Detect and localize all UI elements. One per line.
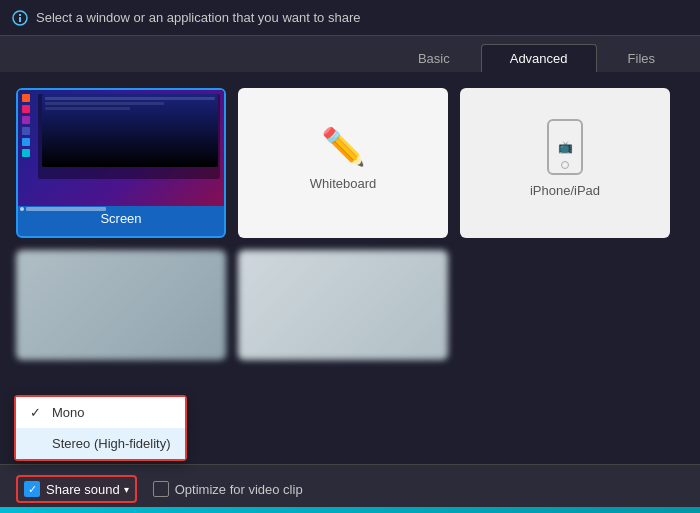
whiteboard-icon: ✏️ [321, 126, 366, 168]
screen-thumbnail [18, 90, 224, 212]
svg-rect-1 [19, 17, 21, 22]
blurred-card-2 [238, 250, 448, 360]
optimize-container: Optimize for video clip [153, 481, 303, 497]
dropdown-item-stereo[interactable]: ✓ Stereo (High-fidelity) [16, 428, 185, 459]
share-sound-label: Share sound [46, 482, 120, 497]
tab-basic[interactable]: Basic [389, 44, 479, 72]
share-cards-grid: Screen ✏️ Whiteboard 📺 iPhone/iPad [16, 88, 684, 238]
iphone-card-label: iPhone/iPad [530, 183, 600, 198]
share-dialog: Select a window or an application that y… [0, 0, 700, 513]
share-card-whiteboard[interactable]: ✏️ Whiteboard [238, 88, 448, 238]
tabs-container: Basic Advanced Files [0, 36, 700, 72]
dropdown-item-mono[interactable]: ✓ Mono [16, 397, 185, 428]
bottom-teal-bar [0, 507, 700, 513]
share-card-screen[interactable]: Screen [16, 88, 226, 238]
info-icon [12, 10, 28, 26]
svg-rect-2 [19, 14, 21, 16]
dialog-header: Select a window or an application that y… [0, 0, 700, 36]
share-sound-checkbox[interactable]: ✓ [24, 481, 40, 497]
share-sound-dropdown-menu: ✓ Mono ✓ Stereo (High-fidelity) [14, 395, 187, 461]
share-sound-container: ✓ Share sound ▾ [16, 475, 137, 503]
whiteboard-card-label: Whiteboard [310, 176, 376, 191]
mono-label: Mono [52, 405, 171, 420]
blurred-card-1 [16, 250, 226, 360]
screen-card-label: Screen [100, 211, 141, 226]
tab-advanced[interactable]: Advanced [481, 44, 597, 72]
mono-check-icon: ✓ [30, 405, 44, 420]
checkbox-check-icon: ✓ [28, 484, 37, 495]
share-card-iphone[interactable]: 📺 iPhone/iPad [460, 88, 670, 238]
stereo-label: Stereo (High-fidelity) [52, 436, 171, 451]
optimize-label: Optimize for video clip [175, 482, 303, 497]
bottom-bar: ✓ Share sound ▾ Optimize for video clip … [0, 464, 700, 513]
blurred-cards-row [16, 250, 684, 360]
header-text: Select a window or an application that y… [36, 10, 360, 25]
phone-icon: 📺 [547, 119, 583, 175]
tab-files[interactable]: Files [599, 44, 684, 72]
optimize-checkbox[interactable] [153, 481, 169, 497]
share-sound-dropdown-arrow[interactable]: ▾ [124, 484, 129, 495]
